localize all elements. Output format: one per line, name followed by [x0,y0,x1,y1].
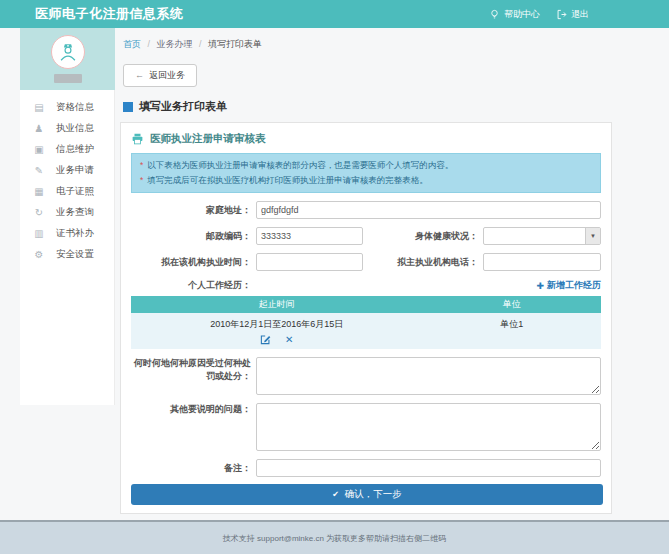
sidebar-item-business-application[interactable]: ✎ 业务申请 [20,160,114,181]
page-title: 填写业务打印表单 [139,99,227,114]
document-icon: ▤ [32,102,46,113]
breadcrumb-section[interactable]: 业务办理 [157,39,193,49]
chevron-down-icon: ▼ [585,228,600,244]
user-profile-box [20,28,115,90]
add-work-experience-link[interactable]: ✚ 新增工作经历 [536,279,601,292]
sidebar-item-qualification-info[interactable]: ▤ 资格信息 [20,97,114,118]
notice-line: *填写完成后可在拟执业医疗机构打印医师执业注册申请审核表的完整表格。 [140,173,592,188]
sidebar-menu: ▤ 资格信息 ♟ 执业信息 ▣ 信息维护 ✎ 业务申请 ▦ 电子证照 ↻ 业务查… [20,90,115,405]
table-row: 2010年12月1日至2016年6月15日 ✕ [131,313,601,349]
sidebar: ▤ 资格信息 ♟ 执业信息 ▣ 信息维护 ✎ 业务申请 ▦ 电子证照 ↻ 业务查… [20,28,115,405]
gear-icon: ⚙ [32,249,46,260]
other-issues-label: 其他要说明的问题： [131,403,256,416]
postal-code-input[interactable] [256,227,363,245]
work-period-value: 2010年12月1日至2016年6月15日 [131,318,422,331]
other-issues-textarea[interactable] [256,403,601,451]
page-footer: 技术支持 support@minke.cn 为获取更多帮助请扫描右侧二维码 [0,520,669,554]
logout-link[interactable]: 退出 [556,8,589,21]
org-phone-input[interactable] [483,253,601,271]
asterisk-marker: * [140,175,143,185]
home-address-label: 家庭地址： [131,204,256,217]
practice-time-label: 拟在该机构执业时间： [131,256,256,269]
column-header-unit: 单位 [422,296,601,313]
postal-code-label: 邮政编码： [131,230,256,243]
sidebar-item-security-settings[interactable]: ⚙ 安全设置 [20,244,114,265]
app-header: 医师电子化注册信息系统 帮助中心 退出 [0,0,669,28]
breadcrumb-current: 填写打印表单 [208,39,262,49]
delete-row-icon[interactable]: ✕ [285,334,293,345]
notice-line: *以下表格为医师执业注册申请审核表的部分内容，也是需要医师个人填写的内容。 [140,158,592,173]
edit-icon: ✎ [32,165,46,176]
sidebar-item-certificate-reissue[interactable]: ▥ 证书补办 [20,223,114,244]
back-arrow-icon: ← [135,71,144,80]
doctor-avatar-icon [57,41,79,63]
certificate-icon: ▦ [32,186,46,197]
plus-icon: ✚ [536,281,544,291]
home-address-input[interactable] [256,201,601,219]
work-unit-value: 单位1 [422,313,601,349]
remark-input[interactable] [256,459,601,477]
form-title: 医师执业注册申请审核表 [150,132,266,146]
id-card-icon: ▣ [32,144,46,155]
calendar-icon: ▥ [32,228,46,239]
back-to-business-button[interactable]: ← 返回业务 [123,64,197,87]
query-icon: ↻ [32,207,46,218]
work-experience-table: 起止时间 单位 2010年12月1日至2016年6月15日 [131,296,601,349]
punishment-label: 何时何地何种原因受过何种处罚或处分： [131,357,256,383]
org-phone-label: 拟主执业机构电话： [363,256,483,269]
sidebar-item-business-query[interactable]: ↻ 业务查询 [20,202,114,223]
health-status-label: 身体健康状况： [363,230,483,243]
edit-row-icon[interactable] [260,334,271,345]
app-title: 医师电子化注册信息系统 [35,5,184,23]
avatar[interactable] [51,35,85,69]
sidebar-item-practice-info[interactable]: ♟ 执业信息 [20,118,114,139]
sidebar-item-electronic-certificate[interactable]: ▦ 电子证照 [20,181,114,202]
title-marker-square [123,102,133,112]
punishment-textarea[interactable] [256,357,601,395]
work-experience-label: 个人工作经历： [131,279,256,292]
user-name-redacted [54,74,82,83]
breadcrumb: 首页 / 业务办理 / 填写打印表单 [120,36,669,51]
remark-label: 备注： [131,462,256,475]
help-center-link[interactable]: 帮助中心 [489,8,540,21]
notice-box: *以下表格为医师执业注册申请审核表的部分内容，也是需要医师个人填写的内容。 *填… [131,153,601,193]
printer-icon [131,133,144,145]
main-content: 首页 / 业务办理 / 填写打印表单 ← 返回业务 填写业务打印表单 [115,28,669,514]
health-status-select[interactable]: ▼ [483,227,601,245]
column-header-period: 起止时间 [131,296,422,313]
lightbulb-icon [489,9,500,20]
review-form-panel: 医师执业注册申请审核表 *以下表格为医师执业注册申请审核表的部分内容，也是需要医… [120,122,612,514]
confirm-next-button[interactable]: ✔ 确认，下一步 [131,484,603,505]
breadcrumb-home[interactable]: 首页 [123,39,141,49]
asterisk-marker: * [140,160,143,170]
practice-time-input[interactable] [256,253,363,271]
logout-icon [556,9,567,20]
sidebar-item-info-maintenance[interactable]: ▣ 信息维护 [20,139,114,160]
user-icon: ♟ [32,123,46,134]
support-text: 技术支持 support@minke.cn 为获取更多帮助请扫描右侧二维码 [223,533,446,544]
check-icon: ✔ [332,490,339,499]
